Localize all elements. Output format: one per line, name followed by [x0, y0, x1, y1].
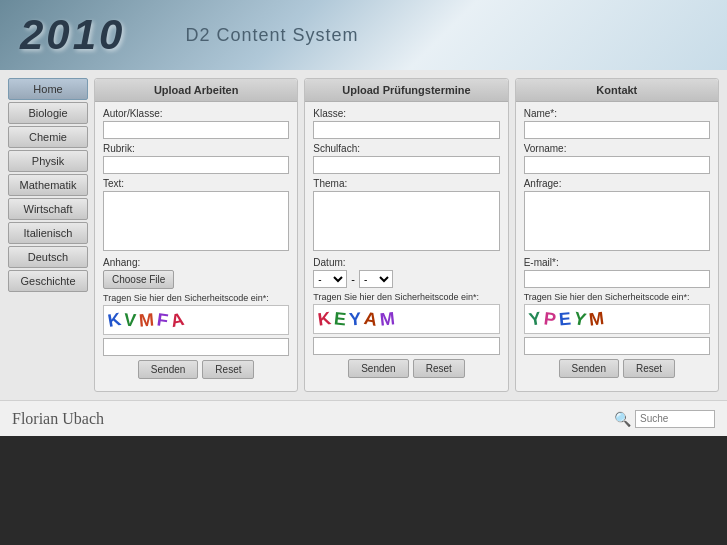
rubrik-input[interactable]	[103, 156, 289, 174]
captcha3-letter-5: M	[587, 308, 604, 331]
captcha3-letter-1: Y	[527, 308, 542, 331]
security-row-1: Tragen Sie hier den Sicherheitscode ein*…	[103, 293, 289, 356]
anfrage-label: Anfrage:	[524, 178, 710, 189]
anfrage-textarea[interactable]	[524, 191, 710, 251]
search-area: 🔍	[614, 410, 715, 428]
captcha-input-2[interactable]	[313, 337, 499, 355]
klasse-row: Klasse:	[313, 108, 499, 139]
anfrage-row: Anfrage:	[524, 178, 710, 253]
email-label: E-mail*:	[524, 257, 710, 268]
reset-button-2[interactable]: Reset	[413, 359, 465, 378]
panel-upload-arbeiten: Upload Arbeiten Autor/Klasse: Rubrik: Te…	[94, 78, 298, 392]
captcha3-letter-4: Y	[572, 308, 588, 331]
sidebar-item-home[interactable]: Home	[8, 78, 88, 100]
autor-klasse-label: Autor/Klasse:	[103, 108, 289, 119]
captcha3-letter-3: E	[558, 308, 572, 330]
captcha-input-1[interactable]	[103, 338, 289, 356]
panel-kontakt: Kontakt Name*: Vorname: Anfrage: E-mail*…	[515, 78, 719, 392]
panel-pruefungstermine-header: Upload Prüfungstermine	[305, 79, 507, 102]
date-separator: -	[351, 273, 355, 285]
security-label-2: Tragen Sie hier den Sicherheitscode ein*…	[313, 292, 499, 302]
sidebar-item-physik[interactable]: Physik	[8, 150, 88, 172]
senden-button-3[interactable]: Senden	[559, 359, 619, 378]
btn-row-2: Senden Reset	[313, 359, 499, 378]
captcha-letter-4: F	[156, 309, 170, 331]
footer-author: Florian Ubach	[12, 410, 104, 428]
text-textarea[interactable]	[103, 191, 289, 251]
vorname-row: Vorname:	[524, 143, 710, 174]
captcha-letter-2: V	[123, 309, 137, 331]
klasse-input[interactable]	[313, 121, 499, 139]
captcha2-letter-5: M	[379, 308, 396, 330]
sidebar-item-mathematik[interactable]: Mathematik	[8, 174, 88, 196]
panel-kontakt-header: Kontakt	[516, 79, 718, 102]
name-label: Name*:	[524, 108, 710, 119]
rubrik-row: Rubrik:	[103, 143, 289, 174]
datum-label: Datum:	[313, 257, 499, 268]
captcha-image-3: Y P E Y M	[524, 304, 710, 334]
panel-upload-pruefungstermine: Upload Prüfungstermine Klasse: Schulfach…	[304, 78, 508, 392]
reset-button-3[interactable]: Reset	[623, 359, 675, 378]
sidebar-item-wirtschaft[interactable]: Wirtschaft	[8, 198, 88, 220]
captcha-letter-1: K	[106, 309, 122, 332]
search-icon: 🔍	[614, 411, 631, 427]
senden-button-2[interactable]: Senden	[348, 359, 408, 378]
main-content: Home Biologie Chemie Physik Mathematik W…	[0, 70, 727, 400]
name-input[interactable]	[524, 121, 710, 139]
panel-upload-arbeiten-body: Autor/Klasse: Rubrik: Text: Anhang: Choo…	[95, 102, 297, 385]
captcha3-letter-2: P	[542, 308, 556, 330]
klasse-label: Klasse:	[313, 108, 499, 119]
sidebar-item-biologie[interactable]: Biologie	[8, 102, 88, 124]
header-title: D2 Content System	[185, 25, 358, 46]
header: 2010 D2 Content System	[0, 0, 727, 70]
captcha-image-1: K V M F A	[103, 305, 289, 335]
panel-upload-arbeiten-header: Upload Arbeiten	[95, 79, 297, 102]
sidebar-item-geschichte[interactable]: Geschichte	[8, 270, 88, 292]
text-row: Text:	[103, 178, 289, 253]
panel-kontakt-body: Name*: Vorname: Anfrage: E-mail*: Tragen	[516, 102, 718, 384]
vorname-label: Vorname:	[524, 143, 710, 154]
btn-row-3: Senden Reset	[524, 359, 710, 378]
schulfach-input[interactable]	[313, 156, 499, 174]
sidebar-item-italienisch[interactable]: Italienisch	[8, 222, 88, 244]
email-input[interactable]	[524, 270, 710, 288]
senden-button-1[interactable]: Senden	[138, 360, 198, 379]
datum-month-select[interactable]: -010203	[359, 270, 393, 288]
name-row: Name*:	[524, 108, 710, 139]
anhang-row: Anhang: Choose File	[103, 257, 289, 289]
captcha2-letter-4: A	[363, 308, 379, 331]
captcha-input-3[interactable]	[524, 337, 710, 355]
header-year: 2010	[20, 11, 125, 59]
captcha2-letter-1: K	[317, 308, 333, 331]
panels-container: Upload Arbeiten Autor/Klasse: Rubrik: Te…	[94, 78, 719, 392]
captcha-image-2: K E Y A M	[313, 304, 499, 334]
schulfach-row: Schulfach:	[313, 143, 499, 174]
datum-row: Datum: -010203 - -010203	[313, 257, 499, 288]
sidebar-item-chemie[interactable]: Chemie	[8, 126, 88, 148]
anhang-label: Anhang:	[103, 257, 289, 268]
bottom-bar	[0, 436, 727, 545]
sidebar: Home Biologie Chemie Physik Mathematik W…	[8, 78, 88, 392]
choose-file-button[interactable]: Choose File	[103, 270, 174, 289]
captcha2-letter-2: E	[333, 308, 347, 330]
vorname-input[interactable]	[524, 156, 710, 174]
captcha2-letter-3: Y	[349, 308, 362, 330]
btn-row-1: Senden Reset	[103, 360, 289, 379]
autor-klasse-row: Autor/Klasse:	[103, 108, 289, 139]
thema-row: Thema:	[313, 178, 499, 253]
footer: Florian Ubach 🔍	[0, 400, 727, 436]
thema-textarea[interactable]	[313, 191, 499, 251]
security-row-2: Tragen Sie hier den Sicherheitscode ein*…	[313, 292, 499, 355]
datum-day-select[interactable]: -010203	[313, 270, 347, 288]
date-row: -010203 - -010203	[313, 270, 499, 288]
captcha-letter-3: M	[138, 309, 155, 331]
email-row: E-mail*:	[524, 257, 710, 288]
search-input[interactable]	[635, 410, 715, 428]
security-label-3: Tragen Sie hier den Sicherheitscode ein*…	[524, 292, 710, 302]
autor-klasse-input[interactable]	[103, 121, 289, 139]
rubrik-label: Rubrik:	[103, 143, 289, 154]
sidebar-item-deutsch[interactable]: Deutsch	[8, 246, 88, 268]
security-label-1: Tragen Sie hier den Sicherheitscode ein*…	[103, 293, 289, 303]
reset-button-1[interactable]: Reset	[202, 360, 254, 379]
panel-pruefungstermine-body: Klasse: Schulfach: Thema: Datum: -010203	[305, 102, 507, 384]
